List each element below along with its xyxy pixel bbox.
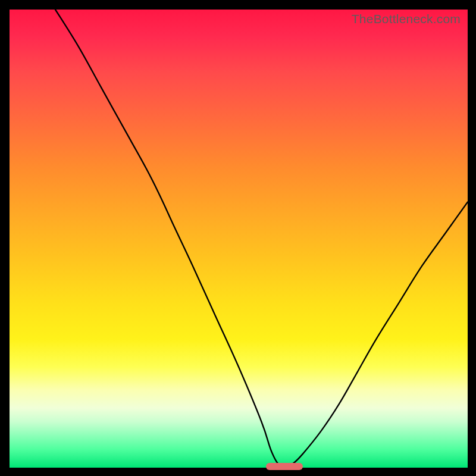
optimal-range-marker	[266, 463, 303, 470]
chart-frame: TheBottleneck.com	[0, 0, 476, 476]
bottleneck-curve	[10, 10, 468, 468]
plot-area: TheBottleneck.com	[10, 10, 468, 468]
watermark-text: TheBottleneck.com	[352, 12, 461, 26]
